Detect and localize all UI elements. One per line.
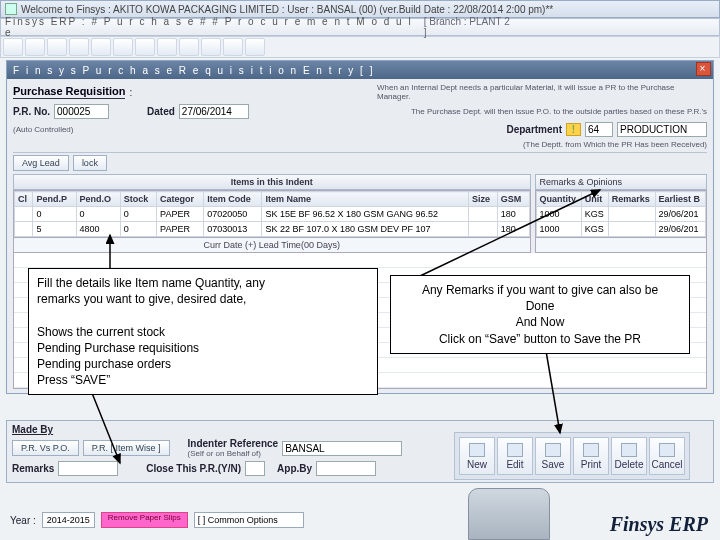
toolbar-button[interactable]: [113, 38, 133, 56]
table-row[interactable]: 1000 KGS 29/06/201: [536, 207, 706, 222]
pr-heading: Purchase Requisition: [13, 85, 125, 99]
close-pr-label: Close This P.R.(Y/N): [146, 463, 241, 474]
print-button[interactable]: Print: [573, 437, 609, 475]
year-field[interactable]: 2014-2015: [42, 512, 95, 528]
prno-field[interactable]: 000025: [54, 104, 109, 119]
toolbar-button[interactable]: [47, 38, 67, 56]
remarks-label: Remarks: [12, 463, 54, 474]
remarks-section-header: Remarks & Opinions: [535, 174, 708, 190]
toolbar-button[interactable]: [179, 38, 199, 56]
module-title-text: Finsys ERP : # P u r c h a s e # # P r o…: [5, 16, 424, 38]
print-icon: [583, 443, 599, 457]
indenter-label: Indenter Reference: [188, 438, 279, 449]
cancel-button[interactable]: Cancel: [649, 437, 685, 475]
pr-vs-po-button[interactable]: P.R. Vs P.O.: [12, 440, 79, 456]
indenter-sublabel: (Self or on Behalf of): [188, 449, 279, 458]
toolbar-button[interactable]: [157, 38, 177, 56]
made-by-label: Made By: [12, 424, 53, 435]
annotation-right: Any Remarks if you want to give can also…: [390, 275, 690, 354]
table-row[interactable]: 5 4800 0 PAPER 07030013 SK 22 BF 107.0 X…: [15, 222, 530, 237]
dated-label: Dated: [147, 106, 175, 117]
help-text-1: When an Internal Dept needs a particular…: [377, 83, 707, 101]
toolbar-button[interactable]: [245, 38, 265, 56]
brand-logo: Finsys ERP: [610, 513, 708, 536]
grid-header-row: Quantity Unit Remarks Earliest B: [536, 192, 706, 207]
remove-slips-button[interactable]: Remove Paper Slips: [101, 512, 188, 528]
help-text-2: The Purchase Dept. will then issue P.O. …: [411, 107, 707, 116]
action-bar: New Edit Save Print Delete Cancel: [454, 432, 690, 480]
dept-label: Department: [506, 124, 562, 135]
grid-header-row: Cl Pend.P Pend.O Stock Categor Item Code…: [15, 192, 530, 207]
toolbar-button[interactable]: [25, 38, 45, 56]
year-label: Year :: [10, 515, 36, 526]
close-pr-field[interactable]: [245, 461, 265, 476]
toolbar-button[interactable]: [135, 38, 155, 56]
calculator-decoration: [468, 488, 550, 540]
toolbar-button[interactable]: [69, 38, 89, 56]
new-button[interactable]: New: [459, 437, 495, 475]
appby-label: App.By: [277, 463, 312, 474]
remarks-grid[interactable]: Quantity Unit Remarks Earliest B 1000 KG…: [535, 190, 708, 238]
save-button[interactable]: Save: [535, 437, 571, 475]
close-icon[interactable]: ×: [696, 62, 711, 76]
common-options-combo[interactable]: [ ] Common Options: [194, 512, 304, 528]
save-icon: [545, 443, 561, 457]
toolbar-button[interactable]: [3, 38, 23, 56]
entry-title-text: F i n s y s P u r c h a s e R e q u i s …: [13, 65, 374, 76]
delete-icon: [621, 443, 637, 457]
delete-button[interactable]: Delete: [611, 437, 647, 475]
remarks-field[interactable]: [58, 461, 118, 476]
annotation-left: Fill the details like Item name Quantity…: [28, 268, 378, 395]
items-section-header: Items in this Indent: [13, 174, 531, 190]
avg-lead-button[interactable]: Avg Lead: [13, 155, 69, 171]
module-titlebar: Finsys ERP : # P u r c h a s e # # P r o…: [0, 18, 720, 36]
dept-code-field[interactable]: 64: [585, 122, 613, 137]
table-row[interactable]: 0 0 0 PAPER 07020050 SK 15E BF 96.52 X 1…: [15, 207, 530, 222]
footer-strip: Year : 2014-2015 Remove Paper Slips [ ] …: [10, 512, 304, 528]
colon: :: [129, 87, 132, 98]
toolbar-button[interactable]: [223, 38, 243, 56]
dept-name-field[interactable]: PRODUCTION: [617, 122, 707, 137]
table-row[interactable]: 1000 KGS 29/06/201: [536, 222, 706, 237]
appby-field[interactable]: [316, 461, 376, 476]
lock-button[interactable]: lock: [73, 155, 107, 171]
auto-note: (Auto Controlled): [13, 125, 73, 134]
indenter-field[interactable]: BANSAL: [282, 441, 402, 456]
toolbar-button[interactable]: [201, 38, 221, 56]
prno-label: P.R. No.: [13, 106, 50, 117]
edit-icon: [507, 443, 523, 457]
dept-note: (The Deptt. from Which the PR Has been R…: [523, 140, 707, 149]
branch-label: [ Branch : PLANT 2 ]: [424, 16, 515, 38]
new-icon: [469, 443, 485, 457]
items-grid[interactable]: Cl Pend.P Pend.O Stock Categor Item Code…: [13, 190, 531, 238]
entry-window-titlebar: F i n s y s P u r c h a s e R e q u i s …: [7, 61, 713, 79]
main-title-text: Welcome to Finsys : AKITO KOWA PACKAGING…: [21, 4, 553, 15]
edit-button[interactable]: Edit: [497, 437, 533, 475]
pr-itemwise-button[interactable]: P.R. [ Item Wise ]: [83, 440, 170, 456]
lead-time-note: Curr Date (+) Lead Time(00 Days): [13, 237, 531, 253]
alert-icon[interactable]: !: [566, 123, 581, 136]
module-toolbar: [0, 36, 720, 58]
app-icon: [5, 3, 17, 15]
toolbar-button[interactable]: [91, 38, 111, 56]
dated-field[interactable]: 27/06/2014: [179, 104, 249, 119]
cancel-icon: [659, 443, 675, 457]
lead-row-right: [535, 237, 708, 253]
